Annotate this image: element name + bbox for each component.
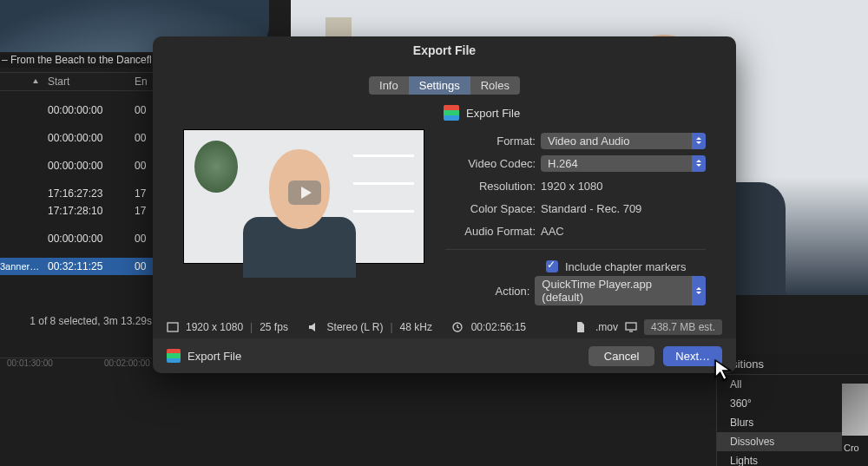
col-start[interactable]: Start [48,75,135,88]
table-row[interactable]: 00:00:00:0000 [0,129,169,147]
timeline-ruler[interactable]: 00:01:30:00 00:02:00:00 [0,358,152,370]
tab-info[interactable]: Info [369,76,409,95]
settings-form: Format: Video and Audio Video Codec: H.2… [445,129,706,302]
table-row[interactable]: 00:00:00:0000 [0,230,169,247]
info-khz: 48 kHz [400,321,432,333]
resolution-value: 1920 x 1080 [541,180,603,193]
clock-icon [452,322,464,332]
modal-footer: Export File Cancel Next… [153,338,736,373]
export-info-bar: 1920 x 1080 | 25 fps Stereo (L R) | 48 k… [153,316,736,338]
info-audio: Stereo (L R) [327,321,384,333]
export-file-icon [167,349,181,363]
table-row[interactable]: 17:17:28:1017 [0,202,169,220]
codec-dropdown[interactable]: H.264 [541,155,706,172]
info-ext: .mov [595,321,618,333]
cancel-button[interactable]: Cancel [589,346,654,366]
preview-thumbnail[interactable] [183,129,424,264]
colorspace-label: Color Space: [445,202,541,215]
cursor-icon [713,358,736,381]
colorspace-value: Standard - Rec. 709 [541,202,641,215]
info-fps: 25 fps [260,321,288,333]
audioformat-label: Audio Format: [445,225,541,238]
include-chapters-checkbox[interactable] [546,260,558,272]
format-label: Format: [445,135,541,148]
action-dropdown[interactable]: QuickTime Player.app (default) [535,276,706,305]
table-row[interactable]: 00:00:00:0000 [0,157,169,174]
table-row[interactable]: 00:00:00:0000 [0,102,169,119]
monitor-icon [625,322,637,332]
project-title: – From the Beach to the Dancefloor [0,54,152,68]
svg-rect-0 [168,323,178,331]
export-file-modal: Export File Info Settings Roles Export F… [153,36,736,373]
table-header[interactable]: Start En [0,72,169,91]
selection-status: 1 of 8 selected, 3m 13.29s [0,315,152,327]
share-destination-label: Export File [466,107,520,120]
play-icon [288,180,321,205]
table-row-selected[interactable]: 3anner…00:32:11:2500 [0,258,169,275]
include-chapters-label: Include chapter markers [565,260,686,273]
modal-tabs: Info Settings Roles [153,76,736,95]
chevron-updown-icon [692,155,706,172]
info-filesize: 438.7 MB est. [644,319,722,335]
codec-label: Video Codec: [445,157,541,170]
audioformat-value: AAC [541,225,564,238]
modal-title: Export File [153,36,736,64]
chevron-updown-icon [692,276,706,305]
table-row[interactable]: 17:16:27:2317 [0,185,169,202]
info-duration: 00:02:56:15 [471,321,526,333]
share-destination-header: Export File [444,105,736,121]
file-icon [576,322,589,332]
resolution-label: Resolution: [445,180,541,193]
frame-icon [167,322,179,332]
clip-rows: 00:00:00:0000 00:00:00:0000 00:00:00:000… [0,91,169,275]
sort-up-icon [32,78,39,85]
format-dropdown[interactable]: Video and Audio [541,133,706,149]
chevron-updown-icon [692,133,706,149]
tab-settings[interactable]: Settings [409,76,470,95]
transition-thumb[interactable]: Cro [842,375,868,462]
export-file-icon [444,105,459,121]
action-label: Action: [445,285,535,298]
info-resolution: 1920 x 1080 [186,321,243,333]
tab-roles[interactable]: Roles [470,76,520,95]
svg-rect-2 [626,323,636,330]
speaker-icon [308,322,320,332]
footer-destination-label: Export File [187,350,241,363]
transitions-header: nsitions [717,354,868,375]
